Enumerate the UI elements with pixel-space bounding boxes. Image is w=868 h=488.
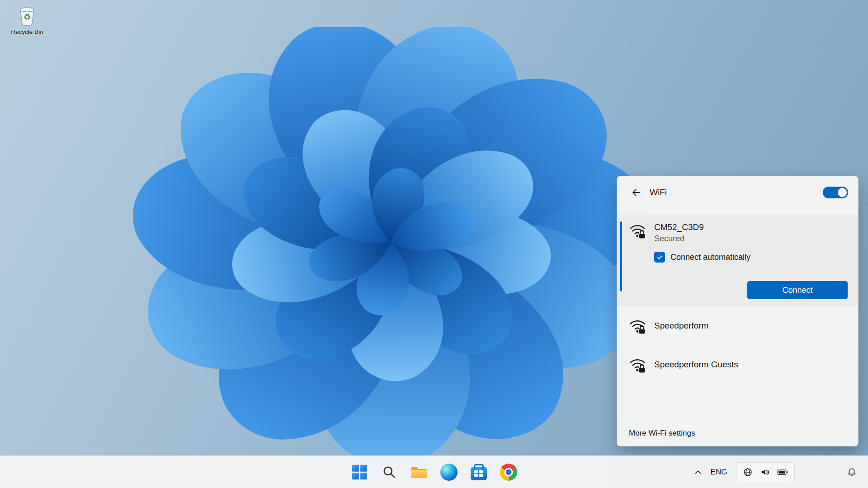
wifi-flyout-panel: WiFi CM52_C3D9 Secured: [617, 176, 859, 446]
wifi-secured-icon: [629, 357, 646, 374]
wifi-panel-footer: More Wi-Fi settings: [617, 420, 858, 446]
recycle-bin-icon: ♻: [15, 4, 39, 27]
svg-text:♻: ♻: [24, 12, 31, 22]
file-explorer-button[interactable]: [407, 460, 431, 484]
volume-icon: [760, 467, 770, 477]
network-row-speedperform[interactable]: Speedperform: [617, 306, 858, 345]
selected-network-card[interactable]: CM52_C3D9 Secured Connect automatically …: [617, 215, 858, 306]
edge-button[interactable]: [437, 460, 461, 484]
start-icon: [352, 465, 367, 480]
checkmark-icon: [656, 254, 663, 261]
notifications-button[interactable]: [842, 462, 862, 482]
connect-automatically-checkbox[interactable]: [654, 252, 665, 263]
wifi-toggle-knob: [838, 188, 847, 197]
selected-network-name: CM52_C3D9: [654, 221, 704, 233]
chrome-blue-center: [506, 469, 512, 475]
edge-icon: [440, 464, 458, 481]
taskbar: ENG: [0, 455, 868, 488]
language-indicator[interactable]: ENG: [707, 468, 731, 477]
connect-automatically-label: Connect automatically: [670, 253, 750, 262]
wifi-secured-icon: [629, 318, 646, 335]
selected-network-status: Secured: [654, 233, 704, 244]
more-wifi-settings-link[interactable]: More Wi-Fi settings: [629, 429, 695, 438]
tray-overflow-button[interactable]: [689, 462, 707, 482]
quick-settings-button[interactable]: [736, 462, 795, 482]
recycle-bin-label: Recycle Bin: [11, 28, 43, 35]
back-button[interactable]: [628, 185, 643, 200]
start-button[interactable]: [348, 460, 371, 484]
network-row-speedperform-guests[interactable]: Speedperform Guests: [617, 345, 858, 384]
wifi-panel-header: WiFi: [617, 176, 858, 209]
network-name: Speedperform: [654, 321, 708, 331]
search-button[interactable]: [377, 460, 401, 484]
back-arrow-icon: [631, 188, 641, 197]
selection-accent-bar: [620, 221, 622, 291]
selected-network-row: CM52_C3D9 Secured: [617, 215, 858, 244]
battery-icon: [777, 467, 788, 477]
network-globe-icon: [743, 467, 753, 477]
notification-bell-icon: [847, 467, 857, 477]
chrome-icon: [500, 464, 517, 481]
wifi-panel-title: WiFi: [650, 188, 667, 197]
wifi-secured-icon: [629, 222, 646, 239]
file-explorer-icon: [410, 465, 428, 479]
connect-button[interactable]: Connect: [747, 281, 848, 299]
wifi-toggle[interactable]: [823, 187, 848, 198]
taskbar-system-tray: ENG: [689, 456, 868, 488]
recycle-bin-shortcut[interactable]: ♻ Recycle Bin: [6, 4, 48, 35]
search-icon: [382, 465, 396, 479]
network-name: Speedperform Guests: [654, 360, 738, 370]
microsoft-store-button[interactable]: [467, 460, 491, 484]
chevron-up-icon: [694, 468, 702, 476]
store-window-glyph: [474, 470, 483, 477]
panel-spacer: [617, 384, 858, 420]
microsoft-store-icon: [471, 467, 487, 480]
connect-automatically-row: Connect automatically: [654, 252, 858, 263]
bloom-flower-graphic: [127, 27, 660, 461]
taskbar-center-icons: [348, 456, 520, 488]
chrome-button[interactable]: [497, 460, 520, 484]
